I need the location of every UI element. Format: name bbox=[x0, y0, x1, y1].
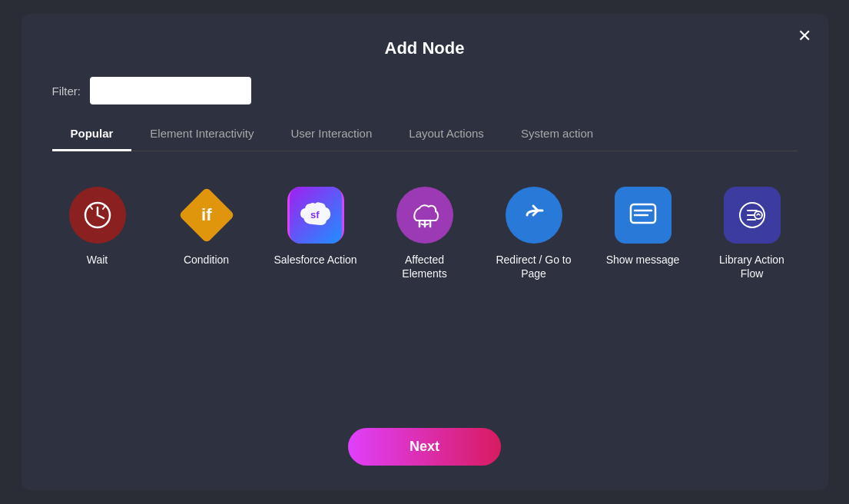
salesforce-icon: sf bbox=[290, 187, 342, 244]
nodes-grid: Wait if Condition sf bbox=[52, 179, 798, 410]
tab-system-action[interactable]: System action bbox=[502, 121, 612, 151]
redirect-icon-wrap bbox=[506, 187, 562, 244]
tab-user-interaction[interactable]: User Interaction bbox=[272, 121, 390, 151]
wait-icon bbox=[69, 187, 126, 244]
show-message-icon bbox=[615, 187, 672, 244]
condition-icon: if bbox=[178, 187, 235, 244]
node-redirect[interactable]: Redirect / Go to Page bbox=[492, 187, 576, 280]
node-condition[interactable]: if Condition bbox=[164, 187, 249, 267]
library-icon-wrap bbox=[724, 187, 781, 244]
svg-point-7 bbox=[754, 211, 762, 219]
modal-title: Add Node bbox=[52, 38, 798, 58]
redirect-icon bbox=[506, 187, 562, 244]
filter-row: Filter: bbox=[52, 77, 798, 104]
affected-icon bbox=[396, 187, 453, 244]
node-redirect-label: Redirect / Go to Page bbox=[492, 253, 576, 280]
tabs-bar: Popular Element Interactivity User Inter… bbox=[52, 120, 798, 151]
node-affected-elements[interactable]: Affected Elements bbox=[383, 187, 467, 280]
tab-layout-actions[interactable]: Layout Actions bbox=[390, 121, 502, 151]
library-icon bbox=[724, 187, 781, 244]
footer: Next bbox=[52, 410, 798, 466]
filter-input[interactable] bbox=[90, 77, 251, 104]
tab-popular[interactable]: Popular bbox=[52, 121, 132, 151]
node-affected-label: Affected Elements bbox=[383, 253, 467, 280]
next-button[interactable]: Next bbox=[348, 428, 501, 466]
node-salesforce-action[interactable]: sf Salesforce Action bbox=[274, 187, 358, 267]
node-show-message[interactable]: Show message bbox=[601, 187, 685, 267]
salesforce-icon-wrap: sf bbox=[287, 187, 344, 244]
node-show-message-label: Show message bbox=[606, 253, 680, 267]
svg-rect-3 bbox=[631, 204, 655, 223]
node-wait[interactable]: Wait bbox=[55, 187, 140, 267]
add-node-modal: ✕ Add Node Filter: Popular Element Inter… bbox=[22, 14, 828, 490]
show-message-icon-wrap bbox=[615, 187, 672, 244]
condition-icon-wrap: if bbox=[178, 187, 235, 244]
node-condition-label: Condition bbox=[184, 253, 229, 267]
affected-icon-wrap bbox=[396, 187, 453, 244]
wait-icon-wrap bbox=[69, 187, 126, 244]
svg-text:sf: sf bbox=[310, 209, 320, 220]
filter-label: Filter: bbox=[52, 85, 81, 98]
node-library-action-flow[interactable]: Library Action Flow bbox=[710, 187, 794, 280]
close-button[interactable]: ✕ bbox=[798, 28, 811, 45]
node-salesforce-label: Salesforce Action bbox=[274, 253, 357, 267]
node-library-label: Library Action Flow bbox=[710, 253, 794, 280]
node-wait-label: Wait bbox=[87, 253, 108, 267]
tab-element-interactivity[interactable]: Element Interactivity bbox=[131, 121, 272, 151]
